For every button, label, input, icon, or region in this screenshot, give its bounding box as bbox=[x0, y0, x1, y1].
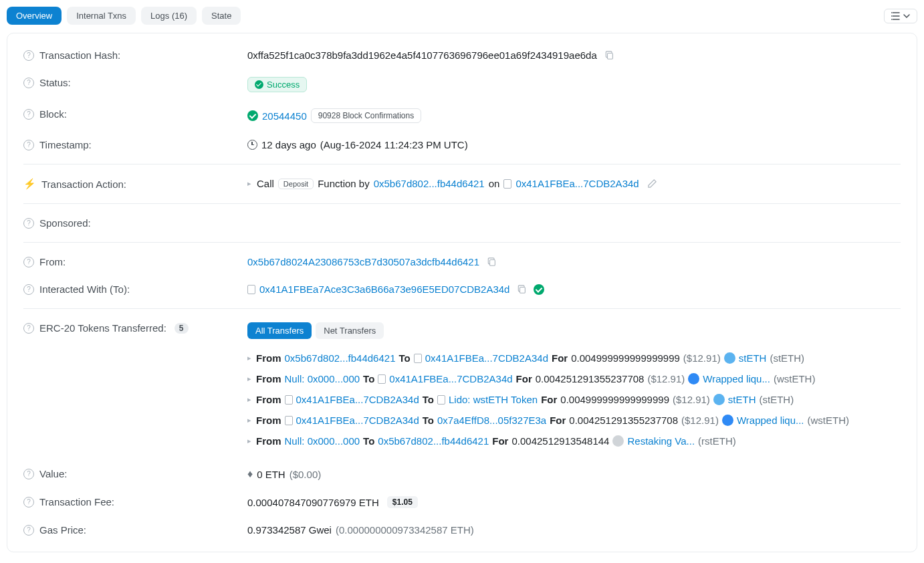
tab-overview[interactable]: Overview bbox=[7, 7, 62, 25]
view-menu-button[interactable] bbox=[884, 9, 917, 23]
check-icon bbox=[255, 80, 263, 89]
action-address-from[interactable]: 0x5b67d802...fb44d6421 bbox=[374, 178, 485, 189]
transaction-card: ?Transaction Hash: 0xffa525f1ca0c378b9fa… bbox=[7, 33, 917, 552]
pencil-icon[interactable] bbox=[647, 179, 657, 189]
row-hash: ?Transaction Hash: 0xffa525f1ca0c378b9fa… bbox=[23, 41, 901, 69]
transfer-amount: 0.0042512913548144 bbox=[511, 435, 609, 447]
help-icon[interactable]: ? bbox=[23, 109, 34, 120]
copy-icon[interactable] bbox=[487, 257, 497, 267]
token-symbol: (wstETH) bbox=[808, 415, 850, 426]
token-symbol: (stETH) bbox=[770, 352, 804, 364]
transfer-to[interactable]: 0x5b67d802...fb44d6421 bbox=[378, 435, 489, 447]
block-link[interactable]: 20544450 bbox=[262, 110, 307, 122]
transfer-usd: ($12.91) bbox=[683, 352, 721, 364]
transfer-row: ▸FromNull: 0x000...000To0x41A1FBEa...7CD… bbox=[247, 373, 849, 384]
svg-rect-5 bbox=[520, 287, 526, 293]
transfer-from[interactable]: 0x5b67d802...fb44d6421 bbox=[285, 352, 396, 364]
help-icon[interactable]: ? bbox=[23, 525, 34, 536]
clock-icon bbox=[247, 140, 257, 150]
token-icon bbox=[713, 394, 725, 405]
chevron-right-icon: ▸ bbox=[247, 354, 251, 362]
transfer-from[interactable]: Null: 0x000...000 bbox=[285, 373, 360, 384]
word-for: For bbox=[550, 415, 566, 426]
help-icon[interactable]: ? bbox=[23, 218, 34, 229]
chevron-right-icon: ▸ bbox=[247, 416, 251, 425]
transfer-to[interactable]: 0x41A1FBEa...7CDB2A34d bbox=[425, 352, 548, 364]
chevron-right-icon: ▸ bbox=[247, 395, 251, 404]
chevron-right-icon: ▸ bbox=[247, 374, 251, 383]
row-from: ?From: 0x5b67d8024A23086753cB7d30507a3dc… bbox=[23, 242, 901, 275]
transfer-to[interactable]: Lido: wstETH Token bbox=[449, 394, 538, 405]
row-fee: ?Transaction Fee: 0.000407847090776979 E… bbox=[23, 488, 901, 516]
transfer-amount: 0.004251291355237708 bbox=[536, 373, 645, 384]
transfer-to[interactable]: 0x41A1FBEa...7CDB2A34d bbox=[389, 373, 512, 384]
help-icon[interactable]: ? bbox=[23, 50, 34, 61]
function-badge: Deposit bbox=[278, 179, 314, 189]
help-icon[interactable]: ? bbox=[23, 140, 34, 150]
action-on: on bbox=[489, 178, 500, 189]
transaction-hash: 0xffa525f1ca0c378b9fa3dd1962e4a5f4107763… bbox=[247, 49, 597, 61]
transfer-row: ▸From0x41A1FBEa...7CDB2A34dTo0x7a4EffD8.… bbox=[247, 415, 849, 426]
help-icon[interactable]: ? bbox=[23, 497, 34, 508]
word-to: To bbox=[399, 352, 411, 364]
transfer-to[interactable]: 0x7a4EffD8...05f327E3a bbox=[437, 415, 546, 426]
transfer-row: ▸From0x5b67d802...fb44d6421To0x41A1FBEa.… bbox=[247, 352, 849, 364]
status-badge: Success bbox=[247, 77, 307, 92]
token-link[interactable]: Wrapped liqu... bbox=[737, 415, 804, 426]
token-link[interactable]: stETH bbox=[728, 394, 756, 405]
transfer-usd: ($12.91) bbox=[681, 415, 719, 426]
copy-icon[interactable] bbox=[517, 285, 527, 294]
label-block: Block: bbox=[39, 108, 67, 120]
row-value: ?Value: ♦ 0 ETH ($0.00) bbox=[23, 460, 901, 488]
transfer-row: ▸From0x41A1FBEa...7CDB2A34dToLido: wstET… bbox=[247, 394, 849, 405]
token-link[interactable]: stETH bbox=[739, 352, 767, 364]
token-link[interactable]: Restaking Va... bbox=[627, 435, 695, 447]
row-to: ?Interacted With (To): 0x41A1FBEa7Ace3C3… bbox=[23, 275, 901, 303]
copy-icon[interactable] bbox=[605, 51, 614, 60]
contract-icon bbox=[503, 179, 511, 189]
to-address[interactable]: 0x41A1FBEa7Ace3C3a6B66a73e96E5ED07CDB2A3… bbox=[259, 284, 509, 295]
gas-gwei: 0.973342587 Gwei bbox=[247, 524, 332, 536]
token-link[interactable]: Wrapped liqu... bbox=[703, 373, 770, 384]
tab-logs[interactable]: Logs (16) bbox=[141, 7, 197, 25]
word-from: From bbox=[256, 373, 281, 384]
transfer-from[interactable]: 0x41A1FBEa...7CDB2A34d bbox=[296, 415, 419, 426]
fee-eth: 0.000407847090776979 ETH bbox=[247, 497, 379, 508]
svg-rect-3 bbox=[607, 53, 612, 59]
tab-internal-txns[interactable]: Internal Txns bbox=[67, 7, 136, 25]
label-gas: Gas Price: bbox=[39, 524, 86, 536]
action-address-to[interactable]: 0x41A1FBEa...7CDB2A34d bbox=[515, 178, 639, 189]
tab-state[interactable]: State bbox=[202, 7, 241, 25]
transfer-row: ▸FromNull: 0x000...000To0x5b67d802...fb4… bbox=[247, 435, 849, 447]
svg-point-1 bbox=[891, 15, 892, 17]
chevron-right-icon: ▸ bbox=[247, 437, 251, 445]
contract-icon bbox=[414, 354, 422, 363]
svg-rect-4 bbox=[490, 259, 495, 265]
label-value: Value: bbox=[39, 468, 67, 479]
word-from: From bbox=[256, 415, 281, 426]
transfer-from[interactable]: 0x41A1FBEa...7CDB2A34d bbox=[296, 394, 419, 405]
tab-all-transfers[interactable]: All Transfers bbox=[247, 322, 312, 339]
row-block: ?Block: 20544450 90928 Block Confirmatio… bbox=[23, 100, 901, 131]
label-timestamp: Timestamp: bbox=[39, 139, 92, 150]
word-from: From bbox=[256, 394, 281, 405]
help-icon[interactable]: ? bbox=[23, 257, 34, 267]
token-symbol: (wstETH) bbox=[774, 373, 816, 384]
word-to: To bbox=[363, 435, 374, 447]
word-from: From bbox=[256, 435, 281, 447]
token-icon bbox=[724, 352, 735, 364]
help-icon[interactable]: ? bbox=[23, 469, 34, 479]
tab-net-transfers[interactable]: Net Transfers bbox=[316, 322, 384, 339]
ethereum-icon: ♦ bbox=[247, 468, 253, 480]
gas-eth: (0.000000000973342587 ETH) bbox=[336, 524, 474, 536]
from-address[interactable]: 0x5b67d8024A23086753cB7d30507a3dcfb44d64… bbox=[247, 256, 479, 267]
word-to: To bbox=[423, 394, 434, 405]
help-icon[interactable]: ? bbox=[23, 284, 34, 295]
label-hash: Transaction Hash: bbox=[39, 49, 120, 61]
transfer-amount: 0.004251291355237708 bbox=[569, 415, 678, 426]
transfer-count-badge: 5 bbox=[175, 323, 189, 334]
transfer-from[interactable]: Null: 0x000...000 bbox=[285, 435, 360, 447]
help-icon[interactable]: ? bbox=[23, 323, 34, 334]
label-erc20: ERC-20 Tokens Transferred: bbox=[39, 322, 166, 334]
help-icon[interactable]: ? bbox=[23, 78, 34, 88]
